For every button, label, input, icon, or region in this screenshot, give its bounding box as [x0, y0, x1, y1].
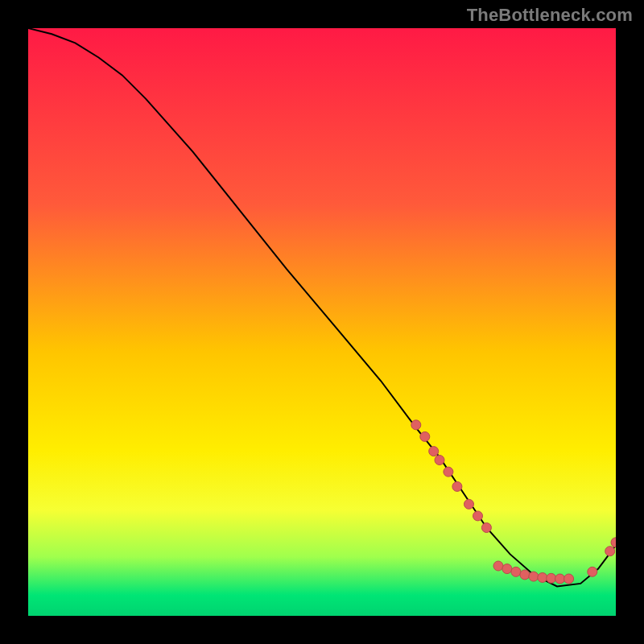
marker-point	[473, 511, 483, 521]
plot-area	[28, 28, 616, 616]
marker-point	[605, 547, 615, 556]
marker-point	[435, 456, 444, 465]
marker-point	[520, 570, 530, 580]
marker-point	[452, 481, 462, 491]
marker-point	[444, 467, 453, 477]
marker-point	[555, 574, 565, 584]
marker-point	[493, 561, 503, 571]
marker-point	[420, 431, 430, 441]
marker-point	[511, 567, 521, 576]
marker-point	[502, 564, 512, 574]
marker-point	[529, 572, 539, 581]
gradient-background	[28, 28, 616, 616]
marker-point	[429, 447, 439, 456]
marker-point	[588, 567, 597, 576]
marker-point	[538, 573, 547, 583]
chart-frame: TheBottleneck.com	[0, 0, 644, 644]
plot-svg	[28, 28, 616, 616]
marker-point	[564, 574, 574, 584]
marker-point	[547, 573, 556, 583]
marker-point	[464, 499, 474, 509]
marker-point	[411, 420, 421, 430]
watermark-text: TheBottleneck.com	[467, 5, 633, 26]
marker-point	[481, 523, 491, 533]
